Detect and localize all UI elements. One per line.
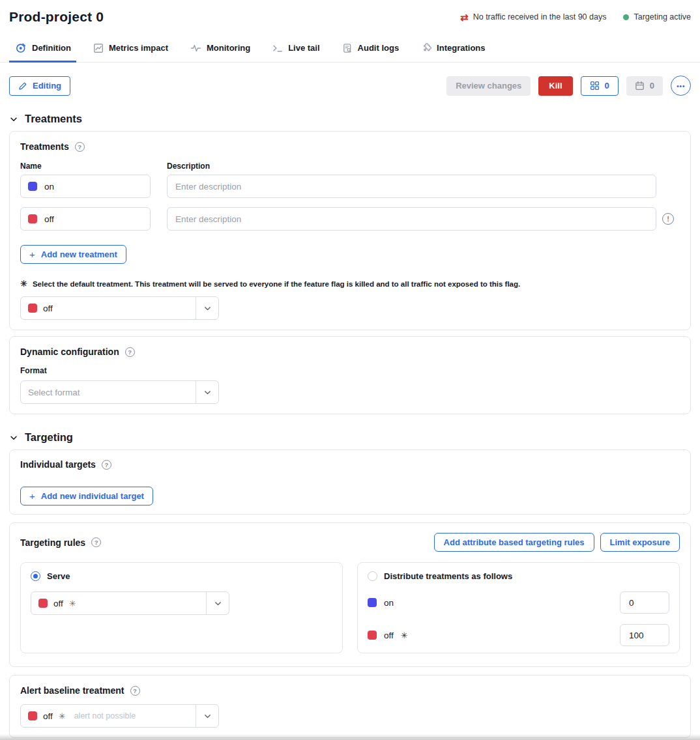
- add-individual-target-button[interactable]: + Add new individual target: [20, 487, 153, 505]
- more-options-icon: •••: [677, 82, 685, 90]
- treatments-card: Treatments ? Name Description !: [9, 131, 691, 330]
- serve-treatment-select[interactable]: off ✳: [31, 591, 229, 615]
- review-changes-button[interactable]: Review changes: [446, 76, 531, 96]
- serve-label: Serve: [47, 571, 70, 581]
- treatments-help-icon[interactable]: ?: [75, 142, 85, 152]
- tab-audit-logs[interactable]: Audit logs: [342, 42, 400, 62]
- serve-radio[interactable]: [31, 571, 40, 581]
- alert-baseline-hint: alert not possible: [74, 711, 136, 720]
- dynamic-configuration-card: Dynamic configuration ? Format Select fo…: [9, 336, 691, 414]
- alert-baseline-title: Alert baseline treatment: [20, 685, 124, 696]
- rules-count-button[interactable]: 0: [581, 76, 619, 96]
- alert-baseline-select[interactable]: off ✳ alert not possible: [20, 704, 219, 728]
- tab-label: Metrics impact: [109, 43, 168, 53]
- serve-panels: Serve off ✳ Distribute treatments as fol…: [20, 562, 680, 653]
- targeting-rules-actions: Add attribute based targeting rules Limi…: [434, 533, 680, 552]
- select-chevron-segment: [196, 705, 218, 727]
- description-column-label: Description: [167, 162, 210, 171]
- add-individual-target-label: Add new individual target: [41, 491, 144, 501]
- individual-targets-title-row: Individual targets ?: [20, 459, 680, 470]
- tab-label: Monitoring: [207, 43, 250, 53]
- distribution-treatment-name: on: [384, 598, 394, 608]
- targeting-rules-card: Targeting rules ? Add attribute based ta…: [9, 522, 691, 667]
- tab-label: Audit logs: [358, 43, 400, 53]
- treatment-name-field-on[interactable]: [20, 175, 151, 198]
- select-chevron-segment: [206, 592, 229, 614]
- targeting-status-text: Targeting active: [634, 12, 691, 21]
- kill-button[interactable]: Kill: [538, 76, 572, 96]
- tab-label: Integrations: [437, 43, 485, 53]
- plus-icon: +: [29, 491, 35, 501]
- metrics-chart-icon: [93, 43, 104, 53]
- dynamic-configuration-help-icon[interactable]: ?: [125, 347, 135, 357]
- treatments-section-heading: Treatments: [25, 113, 82, 125]
- format-label-row: Format: [20, 366, 680, 375]
- limit-exposure-label: Limit exposure: [610, 537, 670, 547]
- plus-icon: +: [29, 249, 35, 259]
- traffic-status: ⇄ No traffic received in the last 90 day…: [460, 12, 606, 22]
- targeting-status: Targeting active: [623, 12, 691, 21]
- treatment-color-swatch-on: [28, 182, 37, 191]
- targeting-rules-help-icon[interactable]: ?: [91, 537, 101, 547]
- default-treatment-select[interactable]: off: [20, 296, 219, 320]
- treatment-name-field-off[interactable]: [20, 207, 151, 231]
- page-title: Prod-project 0: [9, 9, 104, 25]
- schedule-count-button[interactable]: 0: [626, 76, 663, 96]
- add-attribute-rules-label: Add attribute based targeting rules: [444, 537, 585, 547]
- treatment-color-swatch-off: [368, 631, 377, 640]
- default-asterisk-icon: ✳: [401, 631, 408, 640]
- treatment-name-input-on[interactable]: [44, 182, 143, 192]
- add-attribute-rules-button[interactable]: Add attribute based targeting rules: [434, 533, 594, 552]
- distribution-percent-input-off[interactable]: [620, 624, 669, 646]
- individual-targets-title: Individual targets: [20, 459, 96, 470]
- serve-panel: Serve off ✳: [20, 562, 343, 653]
- editing-button[interactable]: Editing: [9, 76, 70, 96]
- dynamic-configuration-title: Dynamic configuration: [20, 347, 119, 357]
- warning-circle-icon[interactable]: !: [662, 213, 674, 225]
- serve-radio-row[interactable]: Serve: [31, 571, 332, 581]
- editing-label: Editing: [33, 81, 61, 91]
- treatment-description-input-off[interactable]: [167, 207, 656, 231]
- distribute-radio-row[interactable]: Distribute treatments as follows: [368, 571, 669, 581]
- chevron-down-icon: [9, 115, 18, 124]
- format-select-placeholder: Select format: [28, 388, 80, 397]
- treatment-color-swatch-off: [28, 214, 37, 223]
- select-chevron-segment: [196, 381, 218, 403]
- alert-baseline-card: Alert baseline treatment ? off ✳ alert n…: [9, 675, 691, 738]
- format-select[interactable]: Select format: [20, 380, 219, 404]
- treatment-name-input-off[interactable]: [44, 214, 143, 224]
- rules-count: 0: [605, 81, 609, 91]
- tab-metrics-impact[interactable]: Metrics impact: [93, 42, 168, 62]
- pencil-icon: [18, 81, 27, 91]
- alert-baseline-value: off: [43, 711, 53, 721]
- individual-targets-help-icon[interactable]: ?: [102, 460, 111, 470]
- alert-baseline-help-icon[interactable]: ?: [130, 686, 140, 696]
- default-asterisk-icon: ✳: [59, 712, 66, 720]
- targeting-section-toggle[interactable]: Targeting: [9, 431, 691, 444]
- distribute-radio[interactable]: [368, 571, 377, 581]
- distribution-percent-input-on[interactable]: [620, 591, 669, 614]
- pulse-icon: [190, 43, 201, 53]
- tab-live-tail[interactable]: Live tail: [272, 42, 319, 62]
- more-options-button[interactable]: •••: [671, 76, 691, 96]
- default-treatment-value: off: [43, 304, 53, 313]
- dynamic-configuration-title-row: Dynamic configuration ?: [20, 347, 680, 357]
- add-new-treatment-label: Add new treatment: [41, 249, 117, 259]
- review-changes-label: Review changes: [456, 81, 521, 91]
- treatment-description-input-on[interactable]: [167, 175, 656, 198]
- treatment-row: [20, 175, 680, 198]
- alert-baseline-title-row: Alert baseline treatment ?: [20, 685, 680, 696]
- tab-integrations[interactable]: Integrations: [421, 42, 485, 62]
- definition-target-icon: [16, 42, 27, 53]
- page-header: Prod-project 0 ⇄ No traffic received in …: [0, 0, 700, 25]
- chevron-down-icon: [214, 599, 222, 608]
- default-asterisk-icon: ✳: [69, 599, 76, 608]
- treatments-section-toggle[interactable]: Treatments: [9, 113, 691, 125]
- limit-exposure-button[interactable]: Limit exposure: [600, 533, 680, 552]
- default-asterisk-icon: ✳: [20, 279, 27, 288]
- tab-definition[interactable]: Definition: [16, 42, 71, 62]
- treatment-field-labels: Name Description: [20, 162, 680, 171]
- tab-monitoring[interactable]: Monitoring: [190, 42, 250, 62]
- add-new-treatment-button[interactable]: + Add new treatment: [20, 245, 126, 264]
- name-column-label: Name: [20, 162, 151, 171]
